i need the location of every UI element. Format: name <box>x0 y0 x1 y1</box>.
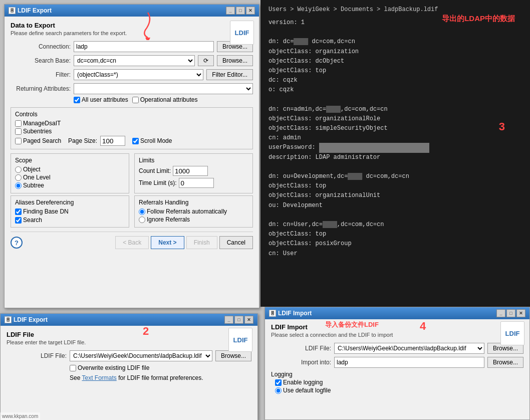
annotation-2: 2 <box>143 325 149 338</box>
terminal-line: objectClass: organizationalUnit <box>269 191 522 200</box>
terminal-content: version: 1 dn: dc=████ dc=com,dc=cn obje… <box>269 18 522 259</box>
terminal-panel: Users > WeiyiGeek > Documents > ladpBack… <box>260 0 530 307</box>
terminal-line: objectClass: posixGroup <box>269 239 522 249</box>
svg-marker-0 <box>145 38 150 40</box>
import-into-label: Import into: <box>271 359 331 366</box>
filter-label: Filter: <box>11 71 71 78</box>
dialog2-titlebar: 🗄 LDIF Export _ □ ✕ <box>1 314 257 326</box>
page-size-input[interactable] <box>100 136 125 146</box>
overwrite-checkbox[interactable]: Overwrite existing LDIF file <box>70 364 251 371</box>
terminal-line <box>269 95 522 105</box>
ignore-referrals-radio[interactable]: Ignore Referrals <box>139 216 248 223</box>
dialog3-icon: 🗄 <box>269 310 276 317</box>
search-base-refresh-button[interactable]: ⟳ <box>198 55 214 66</box>
cancel-button[interactable]: Cancel <box>219 236 253 249</box>
filter-editor-button[interactable]: Filter Editor... <box>206 69 253 80</box>
text-formats-link[interactable]: Text Formats <box>82 374 116 381</box>
finding-base-dn-checkbox[interactable]: Finding Base DN <box>15 208 125 215</box>
ldif-file-select[interactable]: C:\Users\WeiyiGeek\Documents\ladpBackup.… <box>70 350 212 361</box>
close-button[interactable]: ✕ <box>246 7 255 15</box>
follow-referrals-radio[interactable]: Follow Referrals automatically <box>139 208 248 215</box>
scope-object-radio[interactable]: Object <box>15 166 125 173</box>
operational-attrs-checkbox[interactable]: Operational attributes <box>132 96 198 103</box>
terminal-line: ou: Development <box>269 201 522 211</box>
scope-one-level-radio[interactable]: One Level <box>15 174 125 181</box>
terminal-line <box>269 28 522 37</box>
dialog2-section-title: LDIF File <box>7 331 251 338</box>
controls-title: Controls <box>15 111 248 118</box>
dialog3-close-button[interactable]: ✕ <box>516 309 525 317</box>
import-into-browse-button[interactable]: Browse... <box>487 357 523 368</box>
search-base-select[interactable]: dc=com,dc=cn <box>74 55 195 66</box>
minimize-button[interactable]: _ <box>226 7 235 15</box>
maximize-button[interactable]: □ <box>236 7 245 15</box>
dialog2-icon: 🗄 <box>5 316 12 323</box>
terminal-line: objectClass: top <box>269 66 522 76</box>
referrals-box: Referrals Handling Follow Referrals auto… <box>134 195 253 228</box>
dialog2-ldif-icon: LDIF <box>228 328 252 352</box>
aliases-title: Aliases Dereferencing <box>15 199 125 206</box>
logging-title: Logging <box>271 371 523 378</box>
terminal-line: dc: cqzk <box>269 76 522 85</box>
annotation-4: 4 <box>420 320 426 333</box>
aliases-box: Aliases Dereferencing Finding Base DN Se… <box>11 195 129 228</box>
dialog-icon: 🗄 <box>9 7 16 14</box>
terminal-line: cn: admin <box>269 133 522 143</box>
filter-select[interactable]: (objectClass=*) <box>74 69 203 80</box>
dialog3-minimize-button[interactable]: _ <box>496 309 505 317</box>
count-limit-input[interactable] <box>173 166 208 176</box>
search-base-browse-button[interactable]: Browse... <box>217 55 253 66</box>
returning-label: Returning Attributes: <box>11 85 71 92</box>
dialog3-title: LDIF Import <box>278 310 312 317</box>
search-checkbox[interactable]: Search <box>15 217 125 224</box>
section-desc: Please define search parameters for the … <box>11 30 253 36</box>
dialog2-close-button[interactable]: ✕ <box>244 316 253 324</box>
back-button[interactable]: < Back <box>115 236 149 249</box>
enable-logging-checkbox[interactable]: Enable logging <box>275 379 523 386</box>
terminal-line <box>269 211 522 220</box>
text-formats-row: See Text Formats for LDIF file format pr… <box>70 374 251 381</box>
watermark: www.kkpan.com <box>0 412 40 420</box>
dialog2-minimize-button[interactable]: _ <box>224 316 233 324</box>
paged-search-checkbox[interactable]: Paged Search <box>15 137 61 144</box>
ldif-file-icon: LDIF <box>230 21 254 45</box>
dialog3-ldif-file-label: LDIF File: <box>271 345 331 352</box>
controls-section: Controls ManageDsaIT Subentries Paged Se… <box>11 107 253 149</box>
terminal-breadcrumb: Users > WeiyiGeek > Documents > ladpBack… <box>269 6 522 13</box>
dialog3-ldif-file-select[interactable]: C:\Users\WeiyiGeek\Documents\ladpBackup.… <box>334 343 484 354</box>
returning-select[interactable] <box>74 83 253 94</box>
time-limit-input[interactable] <box>179 178 214 188</box>
dialog2-section-desc: Please enter the target LDIF file. <box>7 339 251 345</box>
terminal-line: objectClass: top <box>269 230 522 239</box>
ldif-file-label: LDIF File: <box>7 352 67 359</box>
subentries-checkbox[interactable]: Subentries <box>15 128 248 135</box>
terminal-line: dn: cn=User,dc=████,dc=com,dc=cn <box>269 220 522 230</box>
use-default-logfile-radio[interactable]: Use default logfile <box>275 387 523 394</box>
help-button[interactable]: ? <box>11 237 23 249</box>
import-into-input[interactable] <box>334 357 484 368</box>
dialog2-maximize-button[interactable]: □ <box>234 316 243 324</box>
referrals-title: Referrals Handling <box>139 199 248 206</box>
dialog2-title: LDIF Export <box>14 316 48 323</box>
scope-box: Scope Object One Level Subtree <box>11 153 129 193</box>
scroll-mode-checkbox[interactable]: Scroll Mode <box>132 137 172 144</box>
terminal-line: objectClass: organization <box>269 47 522 57</box>
ldif-import-dialog: 🗄 LDIF Import _ □ ✕ LDIF LDIF Import 导入备… <box>264 307 530 420</box>
scope-subtree-radio[interactable]: Subtree <box>15 182 125 189</box>
dialog3-ldif-icon: LDIF <box>500 321 524 345</box>
terminal-line: objectClass: simpleSecurityObject <box>269 124 522 133</box>
import-annotation-cn: 导入备份文件LDIF <box>325 320 379 329</box>
count-limit-label: Count Limit: <box>139 167 171 174</box>
dialog3-maximize-button[interactable]: □ <box>506 309 515 317</box>
dialog-title: LDIF Export <box>18 7 52 14</box>
time-limit-label: Time Limit (s): <box>139 179 177 186</box>
dialog3-section-desc: Please select a connection and the LDIF … <box>271 332 523 338</box>
all-user-attrs-checkbox[interactable]: All user attributes <box>74 96 128 103</box>
finish-button[interactable]: Finish <box>186 236 217 249</box>
terminal-line <box>269 162 522 172</box>
dialog-titlebar: 🗄 LDIF Export _ □ ✕ <box>5 5 259 17</box>
ldif-file-browse-button[interactable]: Browse... <box>215 350 251 361</box>
terminal-line: userPassword: <box>269 143 522 152</box>
manage-dsa-checkbox[interactable]: ManageDsaIT <box>15 120 248 127</box>
next-button[interactable]: Next > <box>151 236 184 249</box>
